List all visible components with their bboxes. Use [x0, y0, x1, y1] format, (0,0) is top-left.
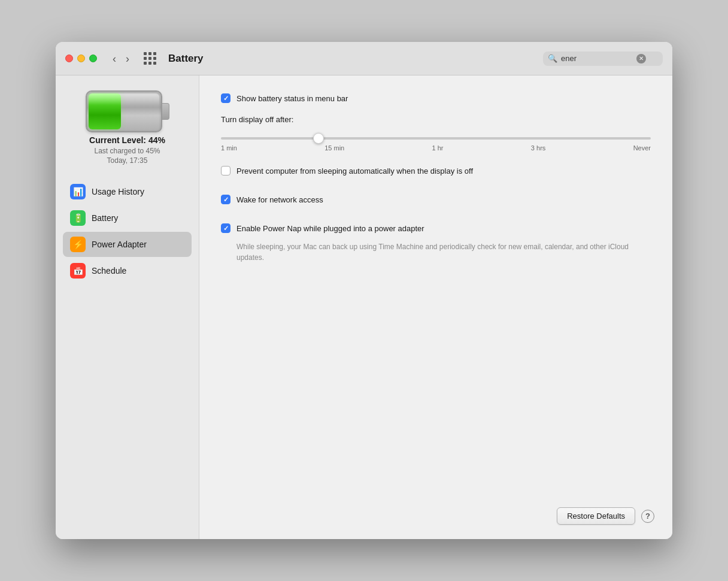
grid-icon[interactable]	[144, 52, 156, 65]
battery-highlight	[89, 93, 159, 105]
grid-dot	[153, 62, 156, 65]
slider-label-1hr: 1 hr	[432, 144, 444, 152]
power-nap-label: Enable Power Nap while plugged into a po…	[236, 224, 424, 233]
sidebar-item-usage-history-label: Usage History	[92, 187, 144, 196]
show-battery-status-checkbox[interactable]	[221, 93, 230, 103]
grid-dot	[153, 52, 156, 55]
battery-info: Current Level: 44% Last charged to 45% T…	[89, 135, 165, 165]
sidebar-item-schedule[interactable]: 📅 Schedule	[63, 258, 192, 283]
minimize-button[interactable]	[77, 55, 85, 62]
battery-icon	[86, 87, 169, 135]
window-title: Battery	[168, 53, 536, 65]
slider-label-15: 15 min	[324, 144, 344, 152]
battery-time-text: Today, 17:35	[89, 156, 165, 165]
search-bar: 🔍 ✕	[543, 52, 663, 66]
sidebar-nav: 📊 Usage History 🔋 Battery ⚡ Power Adapte…	[56, 179, 199, 283]
prevent-sleep-row: Prevent computer from sleeping automatic…	[221, 166, 651, 175]
battery-last-charged-text: Last charged to 45%	[89, 147, 165, 155]
power-nap-checkbox[interactable]	[221, 223, 230, 233]
titlebar: ‹ › Battery 🔍 ✕	[56, 42, 672, 75]
grid-dot	[144, 52, 147, 55]
search-icon: 🔍	[548, 54, 557, 63]
maximize-button[interactable]	[89, 55, 97, 62]
settings-panel: Show battery status in menu bar Turn dis…	[199, 75, 672, 539]
restore-defaults-button[interactable]: Restore Defaults	[557, 507, 635, 525]
grid-dot	[153, 57, 156, 60]
traffic-lights	[65, 55, 97, 62]
forward-button[interactable]: ›	[122, 52, 133, 65]
battery-terminal	[162, 103, 169, 120]
grid-dot	[144, 57, 147, 60]
wake-network-checkbox[interactable]	[221, 195, 230, 204]
slider-label-never: Never	[633, 144, 651, 152]
battery-level-text: Current Level: 44%	[89, 135, 165, 145]
display-off-slider[interactable]	[221, 137, 651, 140]
sidebar-item-battery[interactable]: 🔋 Battery	[63, 205, 192, 231]
sidebar-item-power-adapter-label: Power Adapter	[92, 240, 147, 249]
display-off-section: Turn display off after: 1 min 15 min 1 h…	[221, 115, 651, 152]
options-group: Prevent computer from sleeping automatic…	[221, 166, 651, 263]
bottom-bar: Restore Defaults ?	[557, 507, 654, 525]
power-adapter-icon: ⚡	[70, 237, 86, 252]
grid-dot	[144, 62, 147, 65]
prevent-sleep-label: Prevent computer from sleeping automatic…	[236, 167, 473, 175]
wake-network-row: Wake for network access	[221, 195, 651, 204]
schedule-icon: 📅	[70, 263, 86, 279]
show-battery-status-label: Show battery status in menu bar	[236, 94, 348, 103]
sidebar-item-usage-history[interactable]: 📊 Usage History	[63, 179, 192, 204]
battery-icon-nav: 🔋	[70, 210, 86, 226]
wake-network-label: Wake for network access	[236, 195, 323, 204]
power-nap-description: While sleeping, your Mac can back up usi…	[236, 241, 632, 263]
sidebar-item-power-adapter[interactable]: ⚡ Power Adapter	[63, 232, 192, 257]
back-button[interactable]: ‹	[109, 52, 120, 65]
power-nap-row: Enable Power Nap while plugged into a po…	[221, 223, 651, 233]
grid-dot	[148, 52, 151, 55]
slider-label-min: 1 min	[221, 144, 237, 152]
sidebar-item-schedule-label: Schedule	[92, 266, 126, 276]
search-clear-button[interactable]: ✕	[636, 54, 646, 63]
search-input[interactable]	[561, 54, 633, 63]
slider-label-3hrs: 3 hrs	[531, 144, 545, 152]
prevent-sleep-checkbox[interactable]	[221, 166, 230, 175]
display-off-label: Turn display off after:	[221, 115, 651, 124]
power-nap-section: Enable Power Nap while plugged into a po…	[221, 223, 651, 263]
slider-labels: 1 min 15 min 1 hr 3 hrs Never	[221, 144, 651, 152]
grid-dot	[148, 62, 151, 65]
help-button[interactable]: ?	[641, 510, 654, 523]
sidebar-item-battery-label: Battery	[92, 213, 118, 223]
main-content: Current Level: 44% Last charged to 45% T…	[56, 75, 672, 539]
usage-history-icon: 📊	[70, 184, 86, 199]
sidebar: Current Level: 44% Last charged to 45% T…	[56, 75, 199, 539]
nav-buttons: ‹ ›	[109, 52, 133, 65]
grid-dot	[148, 57, 151, 60]
preferences-window: ‹ › Battery 🔍 ✕	[56, 42, 672, 539]
battery-body	[86, 90, 162, 132]
close-button[interactable]	[65, 55, 73, 62]
show-battery-status-row: Show battery status in menu bar	[221, 93, 651, 103]
